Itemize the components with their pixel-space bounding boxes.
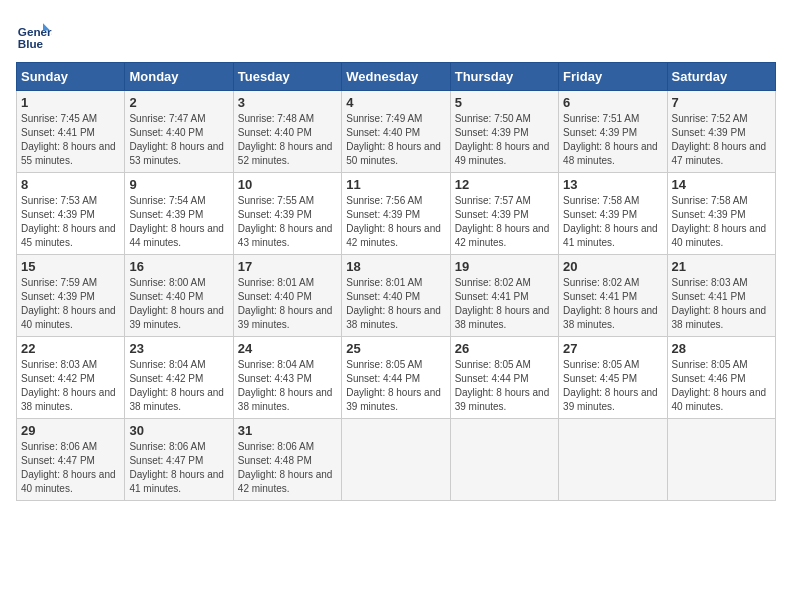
calendar-cell: 7 Sunrise: 7:52 AMSunset: 4:39 PMDayligh… xyxy=(667,91,775,173)
day-number: 5 xyxy=(455,95,554,110)
calendar-week-row: 22 Sunrise: 8:03 AMSunset: 4:42 PMDaylig… xyxy=(17,337,776,419)
day-number: 19 xyxy=(455,259,554,274)
day-detail: Sunrise: 8:02 AMSunset: 4:41 PMDaylight:… xyxy=(563,277,658,330)
calendar-week-row: 29 Sunrise: 8:06 AMSunset: 4:47 PMDaylig… xyxy=(17,419,776,501)
day-detail: Sunrise: 7:45 AMSunset: 4:41 PMDaylight:… xyxy=(21,113,116,166)
calendar-cell: 6 Sunrise: 7:51 AMSunset: 4:39 PMDayligh… xyxy=(559,91,667,173)
calendar-cell xyxy=(342,419,450,501)
day-number: 9 xyxy=(129,177,228,192)
calendar-cell: 2 Sunrise: 7:47 AMSunset: 4:40 PMDayligh… xyxy=(125,91,233,173)
day-detail: Sunrise: 8:06 AMSunset: 4:47 PMDaylight:… xyxy=(21,441,116,494)
day-number: 20 xyxy=(563,259,662,274)
day-detail: Sunrise: 8:00 AMSunset: 4:40 PMDaylight:… xyxy=(129,277,224,330)
day-number: 26 xyxy=(455,341,554,356)
logo: General Blue xyxy=(16,16,52,52)
day-number: 17 xyxy=(238,259,337,274)
calendar-cell: 14 Sunrise: 7:58 AMSunset: 4:39 PMDaylig… xyxy=(667,173,775,255)
calendar-cell: 13 Sunrise: 7:58 AMSunset: 4:39 PMDaylig… xyxy=(559,173,667,255)
calendar-cell: 23 Sunrise: 8:04 AMSunset: 4:42 PMDaylig… xyxy=(125,337,233,419)
day-detail: Sunrise: 8:04 AMSunset: 4:42 PMDaylight:… xyxy=(129,359,224,412)
day-detail: Sunrise: 7:57 AMSunset: 4:39 PMDaylight:… xyxy=(455,195,550,248)
calendar-cell: 11 Sunrise: 7:56 AMSunset: 4:39 PMDaylig… xyxy=(342,173,450,255)
column-header-wednesday: Wednesday xyxy=(342,63,450,91)
day-detail: Sunrise: 8:06 AMSunset: 4:48 PMDaylight:… xyxy=(238,441,333,494)
column-header-friday: Friday xyxy=(559,63,667,91)
day-detail: Sunrise: 7:55 AMSunset: 4:39 PMDaylight:… xyxy=(238,195,333,248)
day-detail: Sunrise: 8:01 AMSunset: 4:40 PMDaylight:… xyxy=(238,277,333,330)
day-number: 12 xyxy=(455,177,554,192)
calendar-cell: 15 Sunrise: 7:59 AMSunset: 4:39 PMDaylig… xyxy=(17,255,125,337)
calendar-week-row: 15 Sunrise: 7:59 AMSunset: 4:39 PMDaylig… xyxy=(17,255,776,337)
day-number: 6 xyxy=(563,95,662,110)
day-number: 15 xyxy=(21,259,120,274)
day-number: 24 xyxy=(238,341,337,356)
calendar-cell: 16 Sunrise: 8:00 AMSunset: 4:40 PMDaylig… xyxy=(125,255,233,337)
calendar-cell: 30 Sunrise: 8:06 AMSunset: 4:47 PMDaylig… xyxy=(125,419,233,501)
column-header-monday: Monday xyxy=(125,63,233,91)
day-number: 25 xyxy=(346,341,445,356)
day-detail: Sunrise: 8:05 AMSunset: 4:46 PMDaylight:… xyxy=(672,359,767,412)
svg-text:Blue: Blue xyxy=(18,37,44,50)
calendar-table: SundayMondayTuesdayWednesdayThursdayFrid… xyxy=(16,62,776,501)
calendar-week-row: 1 Sunrise: 7:45 AMSunset: 4:41 PMDayligh… xyxy=(17,91,776,173)
day-detail: Sunrise: 7:58 AMSunset: 4:39 PMDaylight:… xyxy=(563,195,658,248)
day-number: 22 xyxy=(21,341,120,356)
calendar-cell: 25 Sunrise: 8:05 AMSunset: 4:44 PMDaylig… xyxy=(342,337,450,419)
calendar-week-row: 8 Sunrise: 7:53 AMSunset: 4:39 PMDayligh… xyxy=(17,173,776,255)
calendar-cell: 4 Sunrise: 7:49 AMSunset: 4:40 PMDayligh… xyxy=(342,91,450,173)
day-detail: Sunrise: 8:01 AMSunset: 4:40 PMDaylight:… xyxy=(346,277,441,330)
day-number: 7 xyxy=(672,95,771,110)
calendar-cell: 20 Sunrise: 8:02 AMSunset: 4:41 PMDaylig… xyxy=(559,255,667,337)
day-detail: Sunrise: 7:49 AMSunset: 4:40 PMDaylight:… xyxy=(346,113,441,166)
calendar-cell: 12 Sunrise: 7:57 AMSunset: 4:39 PMDaylig… xyxy=(450,173,558,255)
calendar-cell xyxy=(667,419,775,501)
calendar-cell: 17 Sunrise: 8:01 AMSunset: 4:40 PMDaylig… xyxy=(233,255,341,337)
day-detail: Sunrise: 7:47 AMSunset: 4:40 PMDaylight:… xyxy=(129,113,224,166)
day-number: 10 xyxy=(238,177,337,192)
calendar-cell: 8 Sunrise: 7:53 AMSunset: 4:39 PMDayligh… xyxy=(17,173,125,255)
day-detail: Sunrise: 8:05 AMSunset: 4:45 PMDaylight:… xyxy=(563,359,658,412)
column-header-sunday: Sunday xyxy=(17,63,125,91)
calendar-cell: 21 Sunrise: 8:03 AMSunset: 4:41 PMDaylig… xyxy=(667,255,775,337)
day-detail: Sunrise: 8:04 AMSunset: 4:43 PMDaylight:… xyxy=(238,359,333,412)
day-detail: Sunrise: 8:05 AMSunset: 4:44 PMDaylight:… xyxy=(455,359,550,412)
column-header-saturday: Saturday xyxy=(667,63,775,91)
column-header-tuesday: Tuesday xyxy=(233,63,341,91)
calendar-cell: 18 Sunrise: 8:01 AMSunset: 4:40 PMDaylig… xyxy=(342,255,450,337)
calendar-cell: 3 Sunrise: 7:48 AMSunset: 4:40 PMDayligh… xyxy=(233,91,341,173)
day-detail: Sunrise: 8:02 AMSunset: 4:41 PMDaylight:… xyxy=(455,277,550,330)
day-detail: Sunrise: 8:05 AMSunset: 4:44 PMDaylight:… xyxy=(346,359,441,412)
day-number: 30 xyxy=(129,423,228,438)
day-number: 23 xyxy=(129,341,228,356)
page-header: General Blue xyxy=(16,16,776,52)
day-number: 27 xyxy=(563,341,662,356)
day-detail: Sunrise: 7:59 AMSunset: 4:39 PMDaylight:… xyxy=(21,277,116,330)
calendar-cell: 9 Sunrise: 7:54 AMSunset: 4:39 PMDayligh… xyxy=(125,173,233,255)
calendar-cell xyxy=(559,419,667,501)
calendar-cell: 19 Sunrise: 8:02 AMSunset: 4:41 PMDaylig… xyxy=(450,255,558,337)
day-number: 4 xyxy=(346,95,445,110)
day-number: 29 xyxy=(21,423,120,438)
day-detail: Sunrise: 7:54 AMSunset: 4:39 PMDaylight:… xyxy=(129,195,224,248)
day-number: 1 xyxy=(21,95,120,110)
calendar-cell: 5 Sunrise: 7:50 AMSunset: 4:39 PMDayligh… xyxy=(450,91,558,173)
calendar-cell: 29 Sunrise: 8:06 AMSunset: 4:47 PMDaylig… xyxy=(17,419,125,501)
calendar-cell: 31 Sunrise: 8:06 AMSunset: 4:48 PMDaylig… xyxy=(233,419,341,501)
calendar-cell xyxy=(450,419,558,501)
day-detail: Sunrise: 8:03 AMSunset: 4:41 PMDaylight:… xyxy=(672,277,767,330)
calendar-cell: 22 Sunrise: 8:03 AMSunset: 4:42 PMDaylig… xyxy=(17,337,125,419)
calendar-cell: 1 Sunrise: 7:45 AMSunset: 4:41 PMDayligh… xyxy=(17,91,125,173)
calendar-cell: 26 Sunrise: 8:05 AMSunset: 4:44 PMDaylig… xyxy=(450,337,558,419)
day-number: 3 xyxy=(238,95,337,110)
day-number: 31 xyxy=(238,423,337,438)
day-detail: Sunrise: 8:06 AMSunset: 4:47 PMDaylight:… xyxy=(129,441,224,494)
day-number: 28 xyxy=(672,341,771,356)
day-detail: Sunrise: 7:50 AMSunset: 4:39 PMDaylight:… xyxy=(455,113,550,166)
day-detail: Sunrise: 7:51 AMSunset: 4:39 PMDaylight:… xyxy=(563,113,658,166)
day-number: 16 xyxy=(129,259,228,274)
calendar-cell: 28 Sunrise: 8:05 AMSunset: 4:46 PMDaylig… xyxy=(667,337,775,419)
day-number: 2 xyxy=(129,95,228,110)
day-detail: Sunrise: 7:48 AMSunset: 4:40 PMDaylight:… xyxy=(238,113,333,166)
calendar-cell: 10 Sunrise: 7:55 AMSunset: 4:39 PMDaylig… xyxy=(233,173,341,255)
day-detail: Sunrise: 8:03 AMSunset: 4:42 PMDaylight:… xyxy=(21,359,116,412)
